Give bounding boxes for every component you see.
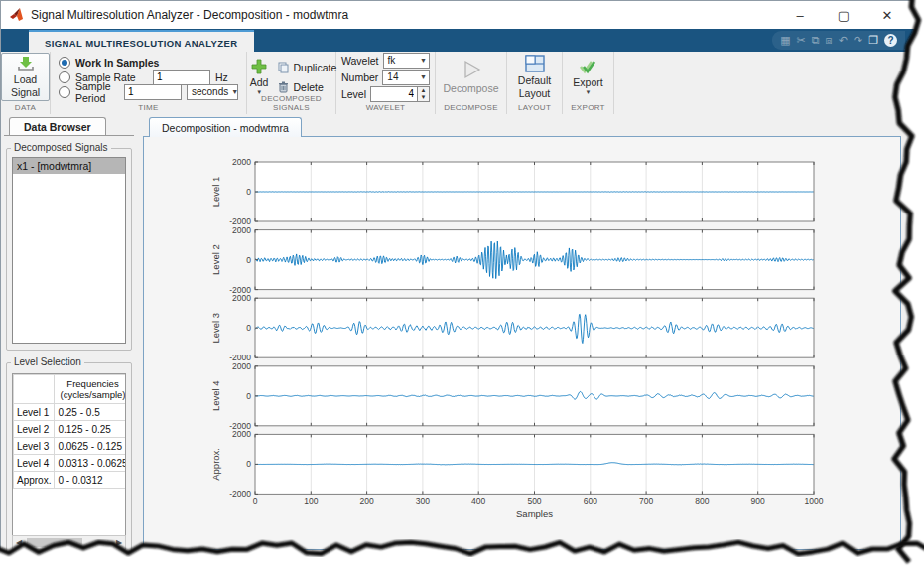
decomposition-plot-area[interactable]: 20000-2000Level 120000-2000Level 220000-… — [143, 136, 901, 550]
ribbon-section-wavelet: Wavelet fk ▼ Number 14 ▼ — [336, 52, 436, 114]
layout-grid-icon — [525, 55, 545, 72]
ylabel-level-1: Level 1 — [210, 177, 221, 208]
svg-text:2000: 2000 — [232, 225, 251, 235]
ribbon-section-data: Load Signal DATA — [1, 52, 51, 114]
dropdown-value: fk — [388, 55, 418, 66]
radio-label: Sample Period — [75, 80, 124, 104]
scroll-left-icon[interactable]: ◀ — [13, 538, 25, 547]
trash-icon — [278, 81, 289, 93]
ribbon-section-layout: Default Layout LAYOUT — [507, 52, 563, 114]
tab-signal-multiresolution-analyzer[interactable]: SIGNAL MULTIRESOLUTION ANALYZER — [29, 30, 254, 54]
chevron-down-icon: ▼ — [231, 88, 238, 95]
ylabel-level-3: Level 3 — [210, 313, 221, 344]
level-label: Level — [341, 88, 366, 100]
table-row[interactable]: Level 40.0313 - 0.0625 — [14, 455, 127, 472]
decompose-button[interactable]: Decompose — [439, 57, 502, 96]
spinner-arrows[interactable]: ▲▼ — [418, 86, 430, 102]
dropdown-value: 14 — [387, 71, 417, 82]
undo-icon[interactable]: ↶ — [839, 35, 848, 46]
ylabel-level-4: Level 4 — [210, 380, 221, 411]
number-dropdown[interactable]: 14 ▼ — [382, 70, 430, 85]
default-layout-button[interactable]: Default Layout — [514, 53, 555, 100]
load-signal-button[interactable]: Load Signal — [1, 53, 50, 100]
svg-text:0: 0 — [246, 391, 251, 401]
checkmark-icon — [578, 59, 597, 74]
window-icon[interactable]: ❐ — [868, 35, 878, 46]
title-bar[interactable]: Signal Multiresolution Analyzer - Decomp… — [1, 1, 923, 30]
table-header-empty — [14, 375, 55, 404]
decomposed-signals-list[interactable]: x1 - [modwtmra] — [12, 157, 126, 344]
decomposition-panel: Decomposition - modwtmra 20000-2000Level… — [143, 117, 901, 550]
sample-rate-input[interactable] — [153, 70, 210, 85]
add-label: Add — [250, 76, 269, 88]
add-plus-icon — [251, 59, 267, 74]
svg-text:900: 900 — [751, 497, 765, 506]
data-browser-panel: Data Browser Decomposed Signals x1 - [mo… — [4, 117, 134, 542]
quick-access-toolbar: ▦ ✂ ⧉ ⧈ ↶ ↷ ❐ ? — [772, 31, 905, 50]
ribbon-filler — [614, 52, 923, 114]
table-row[interactable]: Approx.0 - 0.0312 — [14, 472, 127, 489]
ribbon-section-export: Export ▼ EXPORT — [563, 52, 614, 114]
spinner-down-icon[interactable]: ▼ — [418, 94, 429, 101]
spinner-up-icon[interactable]: ▲ — [418, 87, 429, 94]
redo-icon[interactable]: ↷ — [854, 35, 862, 46]
default-layout-label-2: Layout — [519, 87, 551, 99]
duplicate-label: Duplicate — [293, 62, 336, 73]
dropdown-value: seconds — [192, 86, 228, 97]
level-selection-table[interactable]: Frequencies (cycles/sample) Level 10.25 … — [12, 373, 126, 536]
cut-icon[interactable]: ✂ — [797, 35, 806, 46]
svg-text:0: 0 — [253, 497, 258, 506]
tab-data-browser[interactable]: Data Browser — [9, 117, 106, 136]
wavelet-dropdown[interactable]: fk ▼ — [383, 53, 430, 69]
section-label-export: EXPORT — [563, 103, 613, 112]
sample-period-unit-dropdown[interactable]: seconds ▼ — [187, 84, 238, 100]
ylabel-approx-: Approx. — [210, 448, 221, 481]
section-label-decompose: DECOMPOSE — [436, 103, 506, 112]
radio-icon — [59, 86, 70, 98]
radio-sample-period[interactable]: Sample Period seconds ▼ — [59, 84, 238, 99]
level-spinner[interactable]: ▲▼ — [370, 86, 430, 102]
ribbon-tab-band: SIGNAL MULTIRESOLUTION ANALYZER ▦ ✂ ⧉ ⧈ … — [1, 29, 923, 52]
level-input[interactable] — [370, 86, 418, 102]
screenshot-stage: Signal Multiresolution Analyzer - Decomp… — [0, 0, 924, 568]
radio-work-in-samples[interactable]: Work In Samples — [59, 55, 238, 70]
delete-button[interactable]: Delete — [278, 79, 336, 95]
sample-period-input[interactable] — [124, 84, 182, 100]
level-name-cell: Level 3 — [14, 438, 55, 455]
frequencies-cell: 0 - 0.0312 — [55, 472, 126, 489]
frequencies-cell: 0.0313 - 0.0625 — [55, 455, 126, 472]
decomposition-charts[interactable]: 20000-2000Level 120000-2000Level 220000-… — [144, 137, 900, 548]
export-button[interactable]: Export ▼ — [569, 57, 606, 98]
table-row[interactable]: Level 10.25 - 0.5 — [14, 404, 127, 421]
sample-rate-unit: Hz — [215, 71, 228, 83]
tab-decomposition[interactable]: Decomposition - modwtmra — [149, 117, 302, 137]
scrollbar-thumb[interactable] — [27, 538, 82, 547]
table-row[interactable]: Level 20.125 - 0.25 — [14, 421, 127, 438]
help-icon[interactable]: ? — [884, 34, 897, 47]
add-button[interactable]: Add ▼ — [246, 57, 273, 98]
decomposed-signals-title: Decomposed Signals — [11, 142, 111, 153]
horizontal-scrollbar[interactable]: ◀ ▶ — [12, 535, 126, 550]
radio-label: Work In Samples — [75, 57, 159, 69]
play-icon — [461, 59, 482, 80]
minimize-button[interactable]: – — [778, 1, 822, 29]
copy-icon[interactable]: ⧉ — [812, 35, 820, 46]
ribbon: Load Signal DATA Work In Samples Sample … — [1, 52, 923, 115]
paste-icon[interactable]: ⧈ — [826, 35, 833, 46]
export-label: Export — [573, 76, 602, 88]
maximize-button[interactable]: ▢ — [822, 1, 865, 29]
level-name-cell: Level 2 — [14, 421, 55, 438]
list-item-signal[interactable]: x1 - [modwtmra] — [13, 158, 125, 174]
save-icon[interactable]: ▦ — [780, 35, 790, 46]
frequencies-cell: 0.0625 - 0.125 — [55, 438, 126, 455]
load-signal-label: Load Signal — [6, 73, 45, 97]
close-button[interactable]: ✕ — [865, 1, 909, 29]
duplicate-button[interactable]: Duplicate — [278, 60, 336, 75]
section-label-time: TIME — [51, 103, 246, 112]
svg-text:100: 100 — [304, 497, 318, 506]
section-label-wavelet: WAVELET — [336, 103, 435, 112]
table-row[interactable]: Level 30.0625 - 0.125 — [14, 438, 127, 455]
svg-text:700: 700 — [639, 497, 653, 506]
svg-text:0: 0 — [246, 323, 251, 333]
scroll-right-icon[interactable]: ▶ — [113, 538, 125, 547]
